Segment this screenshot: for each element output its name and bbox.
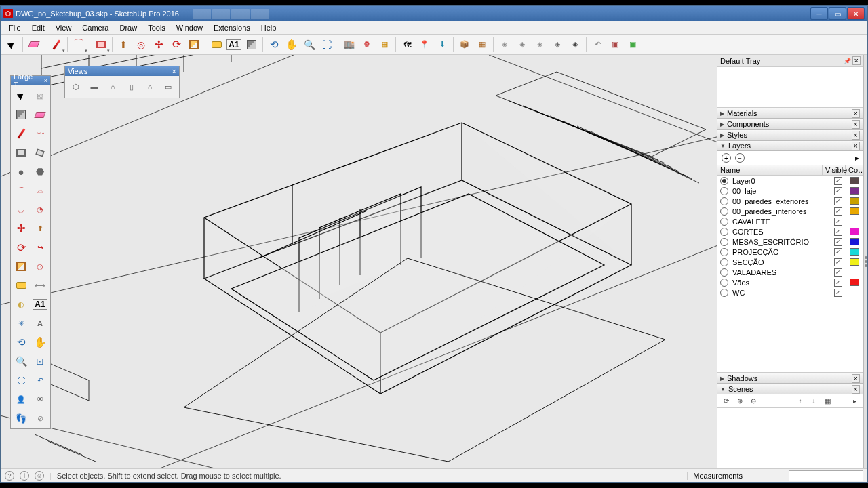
layer-row[interactable]: 00_laje ✓ [717,186,863,196]
layer-name[interactable]: SECÇÃO [731,258,827,266]
add-layer-button[interactable]: + [722,153,731,163]
titlebar[interactable]: ⬡ DWG_no_Sketchup_03.skp - SketchUp Pro … [1,6,867,21]
layer-active-radio[interactable] [720,289,728,297]
scene-view-button[interactable]: ▦ [823,396,832,406]
paint-bucket-tool[interactable] [12,106,30,123]
solid-tool-5[interactable]: ◈ [567,37,583,53]
zoom-tool[interactable]: 🔍 [301,37,317,53]
pan-tool[interactable]: ✋ [283,37,300,53]
scene-up-button[interactable]: ↑ [795,396,805,406]
layer-color-swatch[interactable] [850,248,859,256]
front-view-button[interactable]: ⌂ [105,79,121,95]
layer-visible-checkbox[interactable]: ✓ [834,197,842,205]
layout-button[interactable]: ▦ [376,37,393,53]
zoom-window-tool[interactable]: ⊡ [31,352,49,370]
shape-tool[interactable] [93,37,109,53]
layer-active-radio[interactable] [720,258,728,266]
scene-refresh-button[interactable]: ⟳ [722,396,731,406]
menu-extensions[interactable]: Extensions [208,22,256,33]
layer-visible-checkbox[interactable]: ✓ [834,177,842,185]
menu-help[interactable]: Help [256,22,282,33]
get-models-button[interactable]: ⬇ [434,37,450,53]
layer-color-swatch[interactable] [850,228,859,235]
close-icon[interactable]: × [852,142,860,150]
components-panel-header[interactable]: ▶ Components × [717,119,863,129]
layer-active-radio[interactable] [720,248,728,256]
info-icon[interactable]: i [20,471,29,481]
line-tool[interactable] [48,37,64,53]
scale-tool[interactable] [12,258,30,275]
line-tool[interactable] [12,125,30,142]
layer-color-swatch[interactable] [850,177,859,184]
offset-tool[interactable]: ◎ [133,37,149,53]
arc-tool[interactable]: ⌒ [12,182,30,199]
viewport-3d[interactable]: Large T… × ▧ 〰 ● ⬣ ⌒ ⌓ ◡ ◔ [1,55,717,468]
layer-visible-checkbox[interactable]: ✓ [834,218,842,226]
layer-active-radio[interactable] [720,228,728,236]
layer-visible-checkbox[interactable]: ✓ [834,207,842,216]
layer-color-swatch[interactable] [850,238,859,245]
layer-active-radio[interactable] [720,177,728,185]
layer-visible-checkbox[interactable]: ✓ [834,187,842,195]
undo-curve-button[interactable]: ↶ [589,37,606,53]
previous-view-tool[interactable]: ↶ [31,371,49,389]
select-tool[interactable] [3,37,20,53]
section-plane-tool[interactable]: ⊘ [31,409,49,427]
layer-visible-checkbox[interactable]: ✓ [834,248,842,256]
layer-name[interactable]: 00_laje [731,187,827,195]
views-header[interactable]: Views × [65,66,179,76]
layer-active-radio[interactable] [720,268,728,277]
layer-row[interactable]: 00_paredes_interiores ✓ [717,206,863,216]
layer-active-radio[interactable] [720,197,728,205]
rectangle-tool[interactable] [12,144,30,161]
menu-draw[interactable]: Draw [114,22,142,33]
2pt-arc-tool[interactable]: ⌓ [31,182,49,199]
layer-name[interactable]: PROJECÇÃO [731,248,827,256]
layer-visible-checkbox[interactable]: ✓ [834,268,842,277]
pin-button[interactable]: 📍 [416,37,433,53]
close-icon[interactable]: × [852,120,860,129]
layers-header-row[interactable]: Name Visible Co… [717,165,863,176]
minimize-button[interactable]: ─ [810,7,828,20]
visible-column-header[interactable]: Visible [823,165,846,175]
layer-active-radio[interactable] [720,218,728,226]
move-tool[interactable]: ✢ [12,220,30,237]
menu-edit[interactable]: Edit [26,22,50,33]
tray-resize-handle[interactable] [863,55,867,468]
close-button[interactable]: ✕ [847,7,865,20]
zoom-extents-tool[interactable]: ⛶ [319,37,335,53]
axes-tool[interactable]: ✳ [12,314,30,332]
polygon-tool[interactable]: ⬣ [31,163,49,180]
menu-view[interactable]: View [50,22,77,33]
scene-down-button[interactable]: ↓ [809,396,818,406]
make-group-button[interactable]: ▣ [607,37,623,53]
layer-color-swatch[interactable] [850,289,859,296]
protractor-tool[interactable]: ◐ [12,296,30,313]
layer-row[interactable]: VALADARES ✓ [717,267,863,277]
layer-color-swatch[interactable] [850,268,859,276]
close-icon[interactable]: × [852,374,860,383]
paint-tool[interactable] [243,37,260,53]
dimension-tool[interactable]: ⟷ [31,277,49,294]
freehand-tool[interactable]: 〰 [31,125,49,142]
layer-row[interactable]: Layer0 ✓ [717,176,863,186]
scene-menu-button[interactable]: ▸ [850,396,859,406]
component-button[interactable]: 📦 [456,37,473,53]
layer-row[interactable]: MESAS_ESCRITÓRIO ✓ [717,237,863,247]
close-icon[interactable]: × [852,385,860,394]
layer-active-radio[interactable] [720,238,728,246]
eraser-tool[interactable] [26,37,42,53]
large-toolset-panel[interactable]: Large T… × ▧ 〰 ● ⬣ ⌒ ⌓ ◡ ◔ [10,75,51,429]
layer-row[interactable]: CORTES ✓ [717,226,863,237]
views-panel[interactable]: Views × ⬡ ▬ ⌂ ▯ ⌂ ▭ [64,66,180,98]
orbit-tool[interactable]: ⟲ [12,333,30,351]
color-column-header[interactable]: Co… [846,165,863,175]
layer-color-swatch[interactable] [850,218,859,225]
solid-tool-4[interactable]: ◈ [549,37,566,53]
layer-row[interactable]: SECÇÃO ✓ [717,257,863,267]
pan-tool[interactable]: ✋ [31,333,49,351]
look-around-tool[interactable]: 👁 [31,390,49,408]
rotate-tool[interactable]: ⟳ [12,239,30,256]
layer-name[interactable]: VALADARES [731,268,827,277]
shadows-panel-header[interactable]: ▶ Shadows × [717,373,863,384]
